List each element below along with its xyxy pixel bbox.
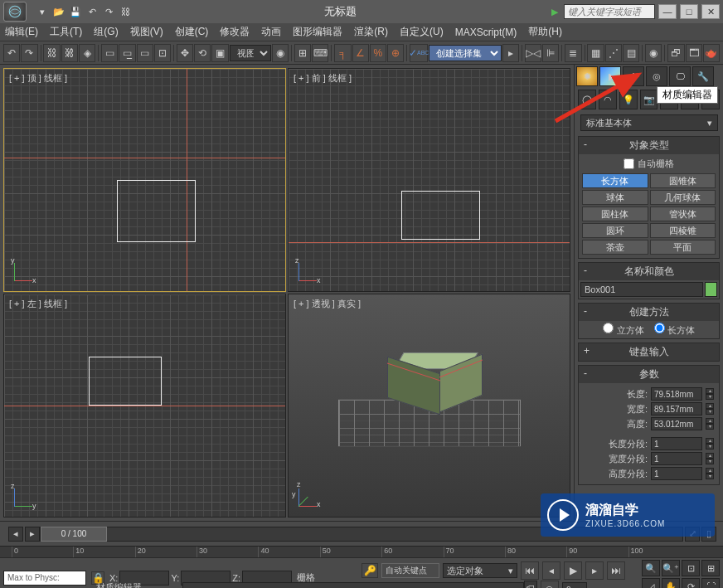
menu-help[interactable]: 帮助(H) bbox=[528, 25, 562, 39]
height-input[interactable] bbox=[651, 417, 702, 430]
link-icon[interactable]: ⛓ bbox=[118, 4, 133, 19]
viewport-perspective[interactable]: [ + ] 透视 ] 真实 ] x y z bbox=[288, 294, 570, 518]
menu-rendering[interactable]: 渲染(R) bbox=[354, 25, 388, 39]
shapes-icon[interactable]: ◠ bbox=[599, 90, 617, 109]
viewport-front[interactable]: [ + ] 前 ] 线框 ] x z bbox=[288, 68, 570, 292]
spinner[interactable]: ▴▾ bbox=[706, 468, 714, 479]
wseg-input[interactable] bbox=[651, 452, 702, 465]
play-anim-icon[interactable]: ▶ bbox=[564, 561, 582, 580]
viewport-left[interactable]: [ + ] 左 ] 线框 ] y z bbox=[3, 294, 286, 518]
menu-views[interactable]: 视图(V) bbox=[130, 25, 163, 39]
undo-icon[interactable]: ↶ bbox=[85, 4, 99, 19]
render-setup-icon[interactable]: 🗗 bbox=[667, 44, 684, 62]
unlink-icon[interactable]: ⛓̸ bbox=[61, 44, 78, 62]
layer-icon[interactable]: ≣ bbox=[565, 44, 581, 62]
type-cylinder[interactable]: 圆柱体 bbox=[582, 207, 648, 221]
align-icon[interactable]: ⊫ bbox=[542, 44, 559, 62]
type-plane[interactable]: 平面 bbox=[650, 240, 716, 255]
close-button[interactable]: ✕ bbox=[701, 4, 720, 19]
select-region-icon[interactable]: ▭ bbox=[137, 44, 153, 62]
time-handle[interactable]: 0 / 100 bbox=[41, 527, 107, 542]
maxscript-listener[interactable]: Max to Physc: bbox=[3, 571, 86, 586]
zoom-icon[interactable]: 🔍 bbox=[642, 560, 660, 576]
key-icon[interactable]: 🔑 bbox=[362, 563, 378, 578]
type-teapot[interactable]: 茶壶 bbox=[582, 240, 648, 255]
rollout-name-color[interactable]: -名称和颜色 bbox=[579, 263, 719, 280]
time-tag-icon[interactable]: 🏷 bbox=[524, 581, 537, 588]
goto-start-icon[interactable]: ⏮ bbox=[521, 561, 539, 580]
viewport-top[interactable]: [ + ] 顶 ] 线框 ] x y bbox=[3, 68, 286, 292]
search-input[interactable] bbox=[564, 4, 655, 19]
hseg-input[interactable] bbox=[651, 467, 702, 480]
spinner[interactable]: ▴▾ bbox=[706, 438, 714, 450]
modify-tab-icon[interactable]: ◗ bbox=[599, 66, 621, 86]
set-arrow-icon[interactable]: ▸ bbox=[502, 44, 519, 62]
zoom-all-icon[interactable]: 🔍⁺ bbox=[662, 560, 680, 576]
min-max-toggle-icon[interactable]: ⛶ bbox=[701, 578, 720, 588]
render-icon[interactable]: 🫖 bbox=[703, 44, 720, 62]
curve-editor-icon[interactable]: ⋰ bbox=[605, 44, 622, 62]
move-icon[interactable]: ✥ bbox=[177, 44, 193, 62]
create-tab-icon[interactable]: ✺ bbox=[576, 66, 598, 86]
maximize-button[interactable]: □ bbox=[680, 4, 698, 19]
percent-snap-icon[interactable]: % bbox=[370, 44, 386, 62]
radio-box[interactable]: 长方体 bbox=[654, 323, 695, 337]
angle-snap-icon[interactable]: ∠ bbox=[352, 44, 369, 62]
graphite-icon[interactable]: ▦ bbox=[587, 44, 604, 62]
menu-modifiers[interactable]: 修改器 bbox=[220, 25, 250, 39]
play-icon[interactable]: ▶ bbox=[547, 4, 562, 19]
spinner[interactable]: ▴▾ bbox=[706, 453, 714, 464]
menu-grapheditors[interactable]: 图形编辑器 bbox=[293, 25, 342, 39]
zoom-extents-icon[interactable]: ⊡ bbox=[682, 560, 700, 576]
rotate-icon[interactable]: ⟲ bbox=[194, 44, 211, 62]
rollout-create-method[interactable]: -创建方法 bbox=[579, 304, 719, 321]
menu-group[interactable]: 组(G) bbox=[94, 25, 118, 39]
select-object-icon[interactable]: ▭ bbox=[101, 44, 118, 62]
select-by-name-icon[interactable]: ▭̲ bbox=[119, 44, 135, 62]
rollout-object-type[interactable]: -对象类型 bbox=[579, 137, 719, 154]
select-manipulate-icon[interactable]: ⊞ bbox=[294, 44, 311, 62]
mirror-icon[interactable]: ▷◁ bbox=[525, 44, 541, 62]
keyboard-shortcut-icon[interactable]: ⌨ bbox=[312, 44, 328, 62]
type-torus[interactable]: 圆环 bbox=[582, 223, 648, 238]
type-pyramid[interactable]: 四棱锥 bbox=[650, 223, 716, 238]
key-target-dropdown[interactable]: 选定对象▾ bbox=[443, 563, 517, 578]
field-of-view-icon[interactable]: ◿ bbox=[642, 578, 660, 588]
redo-button[interactable]: ↷ bbox=[21, 44, 37, 62]
type-box[interactable]: 长方体 bbox=[582, 173, 648, 188]
autogrid-checkbox[interactable] bbox=[624, 158, 634, 169]
selection-set-dropdown[interactable]: 创建选择集 bbox=[429, 45, 502, 61]
category-dropdown[interactable]: 标准基本体▾ bbox=[580, 114, 718, 131]
open-file-icon[interactable]: 📂 bbox=[51, 4, 66, 19]
length-input[interactable] bbox=[651, 387, 702, 401]
orbit-icon[interactable]: ⟳ bbox=[682, 578, 700, 588]
pan-icon[interactable]: ✋ bbox=[662, 578, 680, 588]
current-frame-input[interactable]: 0 bbox=[562, 582, 587, 588]
render-frame-icon[interactable]: 🗔 bbox=[686, 44, 702, 62]
utilities-tab-icon[interactable]: 🔧 bbox=[692, 66, 714, 86]
spinner[interactable]: ▴▾ bbox=[706, 403, 714, 415]
goto-end-icon[interactable]: ⏭ bbox=[607, 561, 625, 580]
edit-selection-icon[interactable]: ✓ABC bbox=[410, 44, 428, 62]
spinner[interactable]: ▴▾ bbox=[706, 418, 714, 430]
save-file-icon[interactable]: 💾 bbox=[68, 4, 83, 19]
menu-animation[interactable]: 动画 bbox=[261, 25, 281, 39]
scale-icon[interactable]: ▣ bbox=[211, 44, 228, 62]
display-tab-icon[interactable]: 🖵 bbox=[669, 66, 691, 86]
type-geosphere[interactable]: 几何球体 bbox=[650, 190, 716, 205]
minimize-button[interactable]: — bbox=[658, 4, 677, 19]
redo-icon[interactable]: ↷ bbox=[101, 4, 116, 19]
select-link-icon[interactable]: ⛓ bbox=[43, 44, 60, 62]
material-editor-icon[interactable]: ◉ bbox=[645, 44, 662, 62]
cameras-icon[interactable]: 📷 bbox=[640, 90, 658, 109]
zoom-extents-all-icon[interactable]: ⊞ bbox=[701, 560, 720, 576]
snap-toggle-icon[interactable]: ╕ bbox=[334, 44, 351, 62]
width-input[interactable] bbox=[651, 402, 702, 415]
next-frame-icon[interactable]: ▸ bbox=[585, 561, 604, 580]
undo-button[interactable]: ↶ bbox=[3, 44, 20, 62]
autokey-button[interactable]: 自动关键点 bbox=[381, 563, 439, 578]
menu-tools[interactable]: 工具(T) bbox=[50, 25, 82, 39]
type-tube[interactable]: 管状体 bbox=[650, 207, 716, 221]
time-config-btn-icon[interactable]: ⏲ bbox=[541, 581, 559, 588]
ref-coord-dropdown[interactable]: 视图 bbox=[230, 45, 271, 61]
